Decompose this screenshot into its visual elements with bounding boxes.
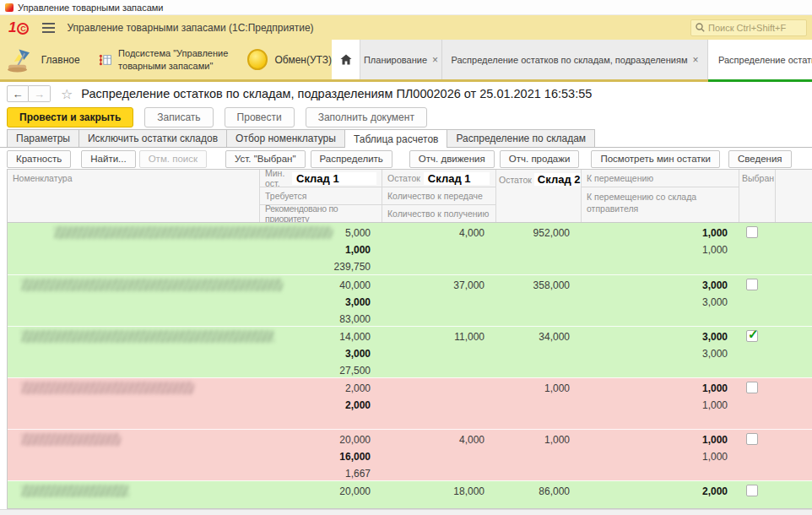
header-to-move-from-source[interactable]: К перемещению со склада отправителя — [582, 187, 739, 222]
row-checkbox[interactable] — [746, 433, 758, 445]
window-tab[interactable]: Распределение остатков по складам, подра… — [442, 40, 708, 79]
table-row-group[interactable]: 2,0002,0001,0001,0001,000 — [8, 377, 812, 429]
header-selected[interactable]: Выбран — [739, 170, 776, 222]
toolbar-button[interactable]: Кратность — [7, 150, 71, 168]
table-row-group[interactable]: 20,00018,00086,0002,000 — [8, 480, 812, 509]
cell-to-move: 2,000 — [582, 484, 728, 499]
warehouse1-name-overlay: Склад 1 — [292, 172, 376, 185]
subsystem-icon — [99, 53, 111, 67]
cell-min-stock: 5,000 — [260, 225, 371, 241]
row-checkbox[interactable] — [746, 485, 758, 496]
window-tab[interactable]: Распределение остатков по складам, по — [708, 40, 812, 82]
command-button[interactable]: Заполнить документ — [306, 107, 427, 127]
tab-close-icon[interactable]: × — [432, 54, 438, 66]
header-qty-to-receive[interactable]: Количество к получению — [382, 205, 496, 222]
redacted-nomenclature — [21, 330, 274, 343]
header-stock-warehouse1[interactable]: Остаток Склад 1 — [382, 170, 496, 187]
cell-min-stock: 40,000 — [260, 278, 371, 293]
cell-to-move: 3,000 — [582, 329, 728, 344]
cell-stock-warehouse1: 4,000 — [382, 225, 484, 241]
cell-to-move-from-source: 3,000 — [582, 346, 728, 361]
cell-stock-warehouse1: 11,000 — [382, 329, 484, 344]
toolbar-button: Отм. поиск — [139, 150, 207, 168]
redacted-nomenclature — [21, 279, 283, 291]
cell-to-move-from-source: 1,000 — [582, 398, 728, 413]
window-tab[interactable]: Планирование× — [360, 40, 442, 79]
cell-stock-warehouse2: 358,000 — [496, 278, 570, 293]
main-menu-icon[interactable] — [42, 23, 55, 33]
header-recommended[interactable]: Рекомендовано по приоритету — [260, 205, 382, 222]
cell-required: 1,000 — [260, 242, 371, 258]
toolbar-button[interactable]: Отч. движения — [409, 150, 495, 168]
table-row-group[interactable]: 14,0003,00027,50011,00034,0003,0003,000✓ — [8, 326, 812, 377]
section-main-label[interactable]: Главное — [41, 54, 80, 66]
window-tab-label: Планирование — [364, 55, 427, 65]
cell-to-move-from-source: 1,000 — [582, 449, 728, 464]
header-nomenclature[interactable]: Номенклатура — [8, 170, 260, 222]
back-arrow-icon: ← — [13, 88, 24, 100]
search-input[interactable] — [708, 23, 801, 33]
table-row-group[interactable]: 20,00016,0001,6674,0001,0001,0001,000 — [8, 429, 812, 480]
toolbar-button[interactable]: Отч. продажи — [500, 150, 580, 168]
row-checkbox[interactable] — [746, 279, 758, 290]
redacted-nomenclature — [21, 485, 129, 497]
nav-forward-button[interactable]: → — [29, 85, 51, 102]
row-checkbox[interactable]: ✓ — [746, 330, 758, 342]
header-stock-warehouse2[interactable]: Остаток Склад 2 — [496, 170, 582, 222]
document-title: Распределение остатков по складам, подра… — [81, 87, 592, 100]
calculation-table: Номенклатура Мин. ост. Склад 1 Требуется… — [7, 169, 812, 509]
section-subsystem-label[interactable]: Подсистема "Управление товарными запасам… — [118, 47, 230, 72]
cell-recommended: 83,000 — [260, 312, 371, 327]
toolbar-button[interactable]: Распределить — [311, 150, 392, 168]
cell-recommended: 27,500 — [260, 363, 371, 378]
cell-stock-warehouse2: 34,000 — [496, 329, 570, 344]
header-min-stock[interactable]: Мин. ост. Склад 1 — [260, 170, 382, 187]
cell-to-move-from-source: 3,000 — [582, 295, 728, 310]
cell-to-move: 3,000 — [582, 278, 728, 293]
header-to-move[interactable]: К перемещению — [582, 170, 739, 187]
form-tab-bar: ПараметрыИсключить остатки складовОтбор … — [0, 129, 812, 148]
toolbar-button[interactable]: Сведения — [728, 150, 792, 168]
search-icon — [696, 23, 705, 32]
home-tab[interactable] — [332, 40, 360, 79]
nav-back-button[interactable]: ← — [7, 85, 29, 102]
cell-to-move: 1,000 — [582, 381, 728, 396]
window-title: Управление товарными запасами — [18, 3, 164, 13]
global-search-box[interactable] — [690, 19, 807, 36]
cell-recommended: 239,750 — [260, 259, 371, 274]
command-button[interactable]: Записать — [144, 107, 213, 127]
toolbar-button[interactable]: Найти... — [81, 150, 135, 168]
toolbar-button[interactable]: Уст. "Выбран" — [225, 150, 306, 168]
post-and-close-button[interactable]: Провести и закрыть — [7, 107, 133, 127]
form-tab[interactable]: Параметры — [7, 129, 79, 147]
command-button[interactable]: Провести — [225, 107, 295, 127]
document-header: ← → ☆ Распределение остатков по складам,… — [0, 82, 812, 106]
header-qty-to-transfer[interactable]: Количество к передаче — [382, 187, 496, 205]
header-required[interactable]: Требуется — [260, 187, 382, 205]
table-row-group[interactable]: 40,0003,00083,00037,000358,0003,0003,000 — [8, 274, 812, 326]
row-checkbox[interactable] — [746, 226, 758, 238]
warehouse1-name-overlay: Склад 1 — [424, 172, 490, 185]
toolbar-button[interactable]: Посмотреть мин остатки — [591, 150, 720, 168]
home-icon — [340, 54, 352, 65]
window-tab-label: Распределение остатков по складам, по — [718, 55, 812, 65]
cell-min-stock: 14,000 — [260, 329, 371, 344]
row-checkbox[interactable] — [746, 382, 758, 393]
cell-to-move: 1,000 — [582, 432, 728, 447]
application-window: Управление товарными запасами 1С Управле… — [0, 0, 812, 515]
form-tab[interactable]: Распределение по складам — [447, 129, 595, 147]
cell-required: 3,000 — [260, 346, 371, 361]
checkmark-icon: ✓ — [748, 327, 759, 342]
form-tab[interactable]: Таблица расчетов — [344, 129, 448, 148]
favorite-star-icon[interactable]: ☆ — [61, 86, 73, 102]
window-titlebar: Управление товарными запасами — [0, 0, 812, 15]
form-tab[interactable]: Отбор номенклатуры — [226, 129, 345, 147]
cell-required: 2,000 — [260, 398, 371, 413]
cell-stock-warehouse2: 952,000 — [496, 225, 570, 241]
cell-recommended: 1,667 — [260, 466, 371, 481]
form-tab[interactable]: Исключить остатки складов — [78, 129, 227, 147]
tab-close-icon[interactable]: × — [692, 54, 698, 66]
table-row-group[interactable]: 5,0001,000239,7504,000952,0001,0001,000 — [8, 223, 812, 274]
cell-stock-warehouse1: 18,000 — [382, 484, 484, 499]
section-exchange-label[interactable]: Обмен(УТЗ) — [274, 54, 332, 66]
